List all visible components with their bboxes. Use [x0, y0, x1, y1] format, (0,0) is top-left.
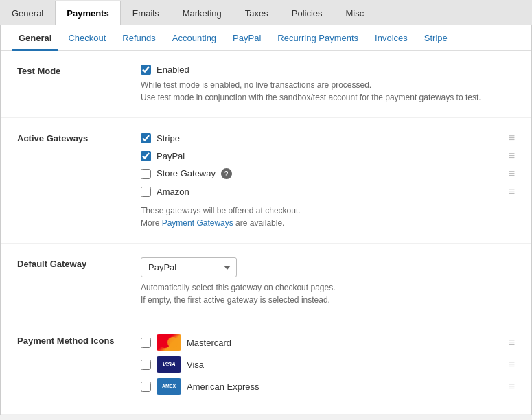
- test-mode-checkbox[interactable]: [141, 65, 151, 75]
- payment-gateways-link[interactable]: Payment Gateways: [162, 218, 233, 228]
- tab-payments[interactable]: Payments: [55, 1, 120, 25]
- drag-handle-amex[interactable]: ≡: [509, 380, 515, 393]
- test-mode-label: Test Mode: [17, 65, 141, 76]
- gateways-desc-line1: These gateways will be offered at checko…: [141, 206, 301, 215]
- gateway-checkbox-amazon[interactable]: [141, 187, 151, 197]
- drag-handle-stripe[interactable]: ≡: [509, 132, 515, 144]
- active-gateways-row: Active Gateways Stripe ≡ PayPal ≡: [1, 118, 531, 244]
- store-gateway-help-icon[interactable]: ?: [221, 168, 232, 179]
- tab-marketing[interactable]: Marketing: [171, 1, 233, 25]
- payment-name-amex: American Express: [187, 382, 509, 392]
- tab-general[interactable]: General: [0, 1, 55, 25]
- drag-handle-visa[interactable]: ≡: [509, 358, 515, 371]
- main-content: General Checkout Refunds Accounting PayP…: [0, 25, 532, 415]
- subtab-invoices[interactable]: Invoices: [368, 26, 415, 51]
- gateway-name-stripe: Stripe: [157, 133, 509, 143]
- payment-row-amex: AMEX American Express ≡: [141, 378, 515, 395]
- payment-name-mastercard: Mastercard: [187, 338, 509, 348]
- gateway-checkbox-stripe[interactable]: [141, 133, 151, 143]
- drag-handle-amazon[interactable]: ≡: [509, 185, 515, 198]
- subtab-general[interactable]: General: [12, 26, 58, 51]
- gateways-desc-line2: More: [141, 218, 162, 228]
- payment-row-visa: VISA Visa ≡: [141, 356, 515, 373]
- subtab-refunds[interactable]: Refunds: [115, 26, 162, 51]
- gateway-checkbox-store[interactable]: [141, 169, 151, 179]
- payment-name-visa: Visa: [187, 360, 509, 370]
- payment-method-icons-label: Payment Method Icons: [17, 334, 141, 346]
- test-mode-checkbox-label: Enabled: [157, 65, 189, 75]
- settings-body: Test Mode Enabled While test mode is ena…: [1, 51, 531, 415]
- subtab-accounting[interactable]: Accounting: [165, 26, 223, 51]
- gateway-row-paypal: PayPal ≡: [141, 150, 515, 162]
- tab-policies[interactable]: Policies: [280, 1, 334, 25]
- payment-checkbox-visa[interactable]: [141, 360, 151, 370]
- gateway-row-amazon: Amazon ≡: [141, 185, 515, 198]
- tab-emails[interactable]: Emails: [121, 1, 171, 25]
- gateways-description: These gateways will be offered at checko…: [141, 205, 515, 229]
- visa-icon: VISA: [157, 356, 181, 373]
- test-mode-checkbox-line: Enabled: [141, 65, 515, 75]
- default-gateway-description: Automatically select this gateway on che…: [141, 281, 515, 306]
- subtab-recurring-payments[interactable]: Recurring Payments: [270, 26, 365, 51]
- default-gateway-content: PayPal Stripe Store Gateway Amazon Autom…: [141, 257, 515, 306]
- amex-icon: AMEX: [157, 378, 181, 395]
- sub-tab-bar: General Checkout Refunds Accounting PayP…: [1, 25, 531, 51]
- drag-handle-store[interactable]: ≡: [509, 167, 515, 180]
- payment-checkbox-mastercard[interactable]: [141, 338, 151, 348]
- payment-checkbox-amex[interactable]: [141, 382, 151, 392]
- test-mode-row: Test Mode Enabled While test mode is ena…: [1, 51, 531, 118]
- drag-handle-mastercard[interactable]: ≡: [509, 336, 515, 349]
- drag-handle-paypal[interactable]: ≡: [509, 150, 515, 162]
- gateway-name-amazon: Amazon: [157, 187, 509, 197]
- gateway-name-paypal: PayPal: [157, 151, 509, 161]
- test-mode-content: Enabled While test mode is enabled, no l…: [141, 65, 515, 104]
- mastercard-icon: [157, 334, 181, 351]
- gateway-name-store: Store Gateway ?: [157, 168, 509, 180]
- tab-taxes[interactable]: Taxes: [233, 1, 280, 25]
- subtab-checkout[interactable]: Checkout: [61, 26, 113, 51]
- tab-misc[interactable]: Misc: [334, 1, 376, 25]
- payment-method-icons-content: Mastercard ≡ VISA Visa ≡ AMEX American E…: [141, 334, 515, 400]
- gateway-row-store: Store Gateway ? ≡: [141, 167, 515, 180]
- payment-method-icons-row: Payment Method Icons Mastercard ≡ VISA V…: [1, 320, 531, 415]
- active-gateways-content: Stripe ≡ PayPal ≡ Store Gateway: [141, 132, 515, 229]
- subtab-paypal[interactable]: PayPal: [226, 26, 268, 51]
- payment-row-mastercard: Mastercard ≡: [141, 334, 515, 351]
- default-gateway-row: Default Gateway PayPal Stripe Store Gate…: [1, 244, 531, 320]
- subtab-stripe[interactable]: Stripe: [417, 26, 454, 51]
- test-mode-description: While test mode is enabled, no live tran…: [141, 79, 515, 104]
- default-gateway-select[interactable]: PayPal Stripe Store Gateway Amazon: [141, 257, 237, 277]
- active-gateways-label: Active Gateways: [17, 132, 141, 143]
- default-gateway-label: Default Gateway: [17, 257, 141, 269]
- top-tab-bar: General Payments Emails Marketing Taxes …: [0, 0, 532, 25]
- gateway-checkbox-paypal[interactable]: [141, 151, 151, 161]
- gateways-desc-line3: are available.: [233, 218, 285, 228]
- gateway-list: Stripe ≡ PayPal ≡ Store Gateway: [141, 132, 515, 198]
- gateway-row-stripe: Stripe ≡: [141, 132, 515, 144]
